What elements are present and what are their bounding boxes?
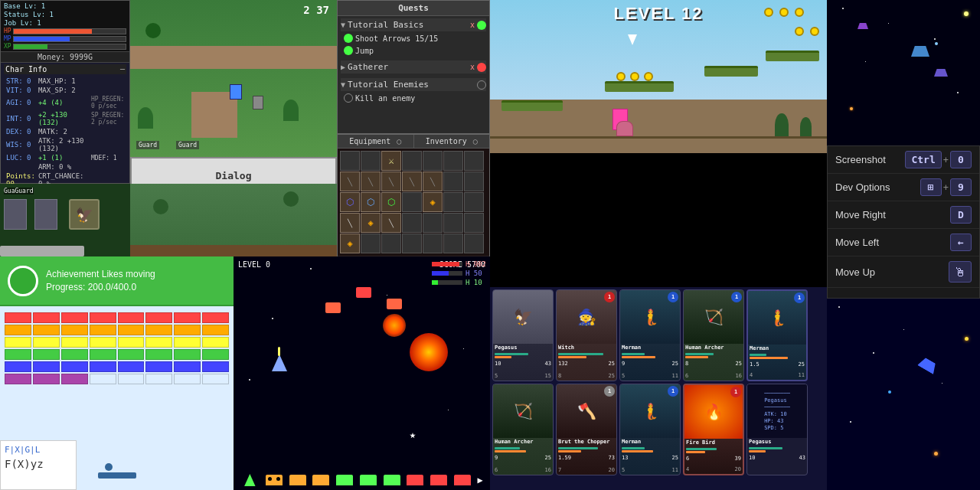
quest-item-jump: Jump [341, 44, 486, 57]
equip-slot[interactable] [443, 151, 463, 171]
card-name: Pegasus [747, 438, 807, 446]
quest-section-gatherer[interactable]: ▶ Gatherer x [341, 60, 486, 74]
inventory-tab[interactable]: Inventory ◯ [414, 135, 490, 148]
equip-slot[interactable] [464, 151, 484, 171]
brick-empty [118, 374, 145, 384]
card-badge: 1 [731, 292, 742, 302]
char-info-collapse[interactable]: ─ [120, 65, 125, 74]
brick [174, 349, 201, 360]
equip-slot-filled[interactable]: ⚔ [381, 151, 401, 171]
equip-slot[interactable] [381, 234, 401, 253]
equip-slot[interactable] [443, 213, 463, 233]
equip-slot[interactable] [340, 151, 360, 171]
brick [118, 361, 145, 372]
equip-slot[interactable]: ╲ [361, 172, 381, 191]
char-info-title: Char Info [5, 65, 47, 74]
equip-slot[interactable] [443, 234, 463, 253]
moveright-d-key: D [950, 206, 972, 224]
equip-slot[interactable]: ╲ [340, 172, 360, 191]
math-keys: F|X|G|L [5, 445, 72, 455]
equip-slot[interactable] [443, 192, 463, 212]
inv-circle[interactable]: ◯ [473, 137, 478, 145]
quest-gatherer-close[interactable]: x [470, 63, 475, 71]
rpg-map-bottom: GuaGuard 🦅 [0, 184, 130, 260]
quest-item-shoot: Shoot Arrows 15/15 [341, 32, 486, 44]
card-pegasus2[interactable]: ──────── Pegasus ──────── ATK: 10 HP: 43… [746, 384, 808, 475]
equip-slot[interactable]: ⬡ [381, 192, 401, 212]
card-stats: 1043 [493, 360, 553, 368]
quest-section-enemies[interactable]: ▼ Tutorial Enemies [341, 78, 486, 91]
brick [145, 312, 172, 323]
moveright-keybind-row: Move Right D [828, 201, 979, 229]
equip-slot[interactable]: ╲ [402, 172, 422, 191]
equip-slot[interactable]: ╲ [423, 172, 443, 191]
equip-slot[interactable] [402, 234, 422, 253]
equip-slot[interactable] [402, 151, 422, 171]
quest-gatherer-dot [477, 63, 486, 72]
equip-slot[interactable] [423, 213, 443, 233]
achievement-banner: Achievement Likes moving Progress: 200.0… [0, 256, 234, 306]
equipment-tab[interactable]: Equipment ◯ [338, 135, 414, 148]
equip-slot[interactable] [361, 234, 381, 253]
equip-slot[interactable]: ◈ [423, 192, 443, 212]
equip-slot[interactable] [464, 192, 484, 212]
card-archer[interactable]: 1 🏹 Human Archer 825 6 16 [683, 289, 744, 381]
quest-close-btn[interactable]: x [470, 21, 475, 29]
devoptions-label: Dev Options [835, 181, 890, 193]
brick [118, 312, 145, 323]
quest-section-tutorial-basics[interactable]: ▼ Tutorial Basics x [341, 18, 486, 31]
card-merman[interactable]: 1 🧜 Merman 925 5 11 [619, 289, 681, 381]
equip-slot[interactable] [464, 213, 484, 233]
devoptions-keybind-row: Dev Options ⊞ + 9 [828, 174, 979, 201]
brick [5, 312, 31, 323]
brick [33, 325, 60, 335]
equip-slot[interactable] [464, 172, 484, 191]
equip-slot[interactable]: ◈ [361, 213, 381, 233]
shooter-explosion [383, 314, 406, 337]
shooter-level-text: LEVEL 0 [238, 260, 270, 269]
card-pegasus[interactable]: 🦅 Pegasus 1043 5 15 [492, 289, 554, 381]
card-stats: 925 [620, 360, 680, 368]
moveright-label: Move Right [835, 209, 886, 220]
space-background-right [827, 0, 980, 145]
equip-circle[interactable]: ◯ [397, 137, 401, 145]
equip-slot[interactable] [402, 192, 422, 212]
shooter-enemy [325, 302, 341, 313]
card-name: Merman [620, 438, 680, 446]
screenshot-0-key: 0 [950, 151, 972, 168]
moveup-mouse-icon: 🖱 [949, 261, 972, 283]
equip-slot[interactable]: ⬡ [361, 192, 381, 212]
equip-slot[interactable]: ╲ [340, 213, 360, 233]
equip-slot[interactable]: ⬡ [340, 192, 360, 212]
equip-slot[interactable]: ╲ [381, 172, 401, 191]
job-level: Job Lv: 1 [4, 19, 41, 27]
equip-slot[interactable] [423, 151, 443, 171]
brick-empty [202, 374, 229, 384]
equip-slot[interactable] [361, 151, 381, 171]
moveleft-arrow-key: ← [950, 234, 972, 251]
equip-slot[interactable]: ╲ [381, 213, 401, 233]
equip-slot[interactable] [423, 234, 443, 253]
brick [90, 361, 116, 372]
moveup-keybind-row: Move Up 🖱 [828, 256, 979, 288]
devoptions-9-key: 9 [950, 178, 972, 196]
card-archer2[interactable]: 🏹 Human Archer 925 6 16 [492, 384, 554, 475]
card-witch[interactable]: 1 🧙 Witch 13225 8 25 [556, 289, 617, 381]
card-firebird[interactable]: 1 🔥 Fire Bird 639 4 20 [683, 384, 744, 475]
card-brut[interactable]: 1 🪓 Brut the Chopper 1.5973 7 20 [556, 384, 617, 475]
status-level: Status Lv: 1 [4, 11, 54, 18]
card-merman2[interactable]: 1 🧜 Merman 1.525 4 11 [746, 289, 808, 381]
equip-slot[interactable] [443, 172, 463, 191]
rpg-position-counter: 2 37 [303, 4, 329, 16]
base-level: Base Lv: 1 [4, 2, 45, 10]
card-badge: 1 [668, 292, 678, 302]
cards-row-1: 🦅 Pegasus 1043 5 15 1 🧙 Witch 13225 8 25 [490, 287, 827, 381]
equip-slot[interactable] [464, 234, 484, 253]
shooter-enemy [387, 299, 402, 309]
equip-slot[interactable] [402, 213, 422, 233]
rpg-map: 2 37 Guard Guard [130, 0, 337, 184]
brick [202, 325, 229, 335]
equip-slot[interactable]: ◈ [340, 234, 360, 253]
brick [90, 337, 116, 348]
card-merman3[interactable]: 1 🧜 Merman 1325 5 11 [619, 384, 681, 475]
